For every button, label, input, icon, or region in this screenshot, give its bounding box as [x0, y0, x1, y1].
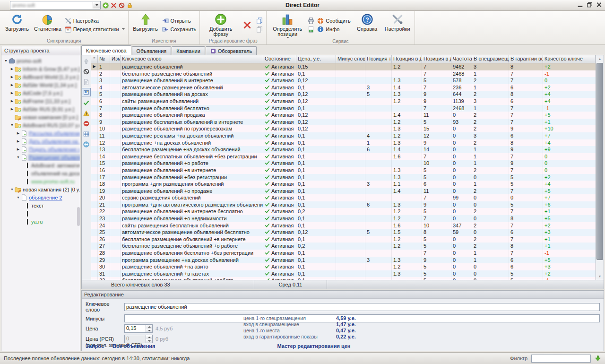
strip-button-swap-icon[interactable]	[82, 140, 91, 148]
column-header[interactable]: Частота	[451, 55, 472, 63]
strip-button-warning-icon[interactable]	[82, 109, 91, 117]
tree-item[interactable]: ▶Inform & Grow [5,47 у.е.]	[1, 65, 80, 73]
table-row[interactable]: 19размещение объявлений +о продажеАктивн…	[91, 188, 596, 195]
scroll-down-arrow-icon[interactable]: ▼	[596, 273, 604, 280]
table-row[interactable]: 32бесплатное размещение объявлений +рабо…	[91, 277, 596, 280]
price-spin-down[interactable]	[146, 329, 152, 332]
table-row[interactable]: 8размещение объявлений продажаАктивная0,…	[91, 112, 596, 119]
block-icon[interactable]	[119, 2, 125, 9]
toolbar-button-save-icon[interactable]: Сохранить	[162, 26, 197, 33]
column-header[interactable]: Позиция топ10 г	[365, 55, 392, 63]
filter-go-icon[interactable]	[595, 355, 601, 362]
table-row[interactable]: 29программа размещение +на досках объявл…	[91, 257, 596, 264]
price-spin-up[interactable]	[146, 325, 152, 329]
expander-icon[interactable]: ▼	[16, 196, 21, 199]
column-header[interactable]: Позиция в Дирек	[422, 55, 451, 63]
table-row[interactable]: 26бесплатное размещение объявлений +в ин…	[91, 236, 596, 243]
tree-item[interactable]: www.promo-soft.ru	[1, 177, 80, 185]
toolbar-button-excel-icon[interactable]	[308, 26, 314, 33]
strip-button-doc-gray-icon[interactable]	[82, 78, 91, 86]
table-row[interactable]: 22размещение объявлений +в интернете бес…	[91, 208, 596, 215]
expander-icon[interactable]: ▶	[9, 67, 15, 71]
expander-icon[interactable]: ▶	[16, 147, 21, 151]
tab-keywords[interactable]: Ключевые слова	[81, 45, 131, 55]
sidebar-scrollbar[interactable]	[77, 207, 80, 226]
column-header[interactable]: Позиция в Дирек	[392, 55, 422, 63]
table-row[interactable]: 13бесплатное размещение +на досках объяв…	[91, 146, 596, 153]
strip-button-grid-icon[interactable]	[82, 130, 91, 138]
tree-item[interactable]: ▼promo-soft	[1, 57, 80, 65]
table-row[interactable]: 31размещение объявлений +в газетахАктивн…	[91, 270, 596, 277]
tree-item[interactable]: ▶Рассылка объявлений на	[1, 129, 80, 137]
expander-icon[interactable]: ▶	[16, 131, 21, 135]
tree-item[interactable]: ▶AdBoard World [1,3 у.е.]	[1, 73, 80, 81]
column-header[interactable]: Цена, у.е.	[296, 55, 336, 63]
strip-button-sort-up-icon[interactable]	[82, 57, 91, 65]
strip-button-check-icon[interactable]	[82, 98, 91, 107]
tree-item[interactable]: новая кампания [0 у.е.]	[1, 113, 80, 121]
column-header[interactable]: Ключевое слово	[121, 55, 263, 63]
toolbar-button-settings-wrench-icon[interactable]: Настройка	[65, 17, 125, 24]
table-row[interactable]: 15размещение объявлений +о работеАктивна…	[91, 160, 596, 167]
tree-item[interactable]: ▼Размещение объявлений на	[1, 153, 80, 161]
add-profile-icon[interactable]	[103, 2, 109, 9]
tab-campaigns[interactable]: Кампании	[172, 46, 205, 55]
column-header[interactable]: В гарантии всег	[509, 55, 543, 63]
toolbar-button-calendar-icon[interactable]: 31Период статистики	[65, 26, 125, 33]
strip-button-no-entry-icon[interactable]	[82, 119, 91, 128]
expander-icon[interactable]: ▼	[16, 156, 21, 159]
table-row[interactable]: 21программа +для автоматического размеще…	[91, 201, 596, 208]
keyword-input[interactable]	[124, 303, 600, 311]
scrollbar-thumb[interactable]	[596, 63, 603, 260]
table-row[interactable]: 23размещение объявлений +о недвижимостиА…	[91, 215, 596, 222]
scroll-up-arrow-icon[interactable]: ▲	[596, 55, 604, 62]
all-ads-link[interactable]: Все объявления	[112, 343, 155, 349]
table-row[interactable]: ▶1размещение объявленийАктивная0,151.279…	[91, 63, 596, 70]
strip-button-block-dark-icon[interactable]	[82, 67, 91, 76]
column-header[interactable]: *	[91, 55, 98, 63]
expander-icon[interactable]: ▶	[9, 99, 15, 103]
table-row[interactable]: 25автоматическое размещение объявлений б…	[91, 229, 596, 236]
expander-icon[interactable]: ▶	[9, 83, 15, 87]
column-header[interactable]: Изм	[110, 55, 121, 63]
toolbar-button-upload-arrow-icon[interactable]: Выгрузить	[131, 12, 160, 38]
table-row[interactable]: 4автоматическое размещение объявленийАкт…	[91, 84, 596, 91]
rsa-spin-down[interactable]	[146, 339, 152, 343]
tree-item[interactable]: ▶AdSite World [1,34 у.е.]	[1, 81, 80, 89]
table-row[interactable]: 20сервис размещения объявленийАктивная0,…	[91, 194, 596, 201]
rsa-spin-up[interactable]	[146, 335, 152, 339]
table-row[interactable]: 6сайты размещения объявленийАктивная0,12…	[91, 98, 596, 105]
table-row[interactable]: 9размещение бесплатных объявлений в инте…	[91, 119, 596, 126]
toolbar-button-open-icon[interactable]: Открыть	[162, 17, 197, 24]
tree-item[interactable]: ▼новая кампания (2) [0 у.е.]	[1, 185, 80, 193]
rsa-price-spinner[interactable]: 0	[124, 335, 153, 343]
column-header[interactable]: Состояние	[263, 55, 296, 63]
column-header[interactable]: Качество ключе	[543, 55, 596, 63]
price-master-link[interactable]: Мастер редактирования цен	[277, 343, 351, 349]
toolbar-button-delete-x-icon[interactable]	[240, 12, 254, 38]
toolbar-button-info-icon[interactable]: Инфо	[317, 26, 350, 33]
column-header[interactable]: Минус слова	[336, 55, 365, 63]
profile-combobox[interactable]: promo-soft	[10, 1, 101, 9]
minimize-button[interactable]	[577, 2, 583, 8]
toolbar-button-help-icon[interactable]: ?Справка	[353, 12, 382, 38]
tab-browser[interactable]: Обозреватель	[206, 46, 257, 55]
combo-dropdown-button[interactable]	[93, 2, 100, 9]
table-row[interactable]: 11размещение рекламы +на досках объявлен…	[91, 132, 596, 139]
tree-item[interactable]: ▼AdsBoard RUS [10,07 у.е.]	[1, 121, 80, 129]
tab-ads[interactable]: Объявления	[132, 46, 172, 55]
column-header[interactable]: №	[98, 55, 110, 63]
column-header[interactable]: В спецразмещен	[472, 55, 509, 63]
close-button[interactable]	[596, 2, 602, 8]
tree-item[interactable]: ▶Дать объявления на 170	[1, 137, 80, 145]
expander-icon[interactable]: ▼	[9, 123, 15, 127]
expander-icon[interactable]: ▶	[9, 107, 15, 111]
table-row[interactable]: 30размещение объявлений +на авитоАктивна…	[91, 263, 596, 270]
tree-item[interactable]: текст	[1, 201, 80, 209]
tree-item[interactable]	[1, 209, 80, 217]
table-row[interactable]: 14размещение бесплатных объявлений +без …	[91, 153, 596, 160]
toolbar-button-stats-pie-icon[interactable]: Статистика	[33, 12, 63, 38]
minus-words-input[interactable]	[124, 314, 600, 322]
strip-button-image-icon[interactable]	[82, 88, 91, 96]
expander-icon[interactable]: ▶	[9, 91, 15, 95]
